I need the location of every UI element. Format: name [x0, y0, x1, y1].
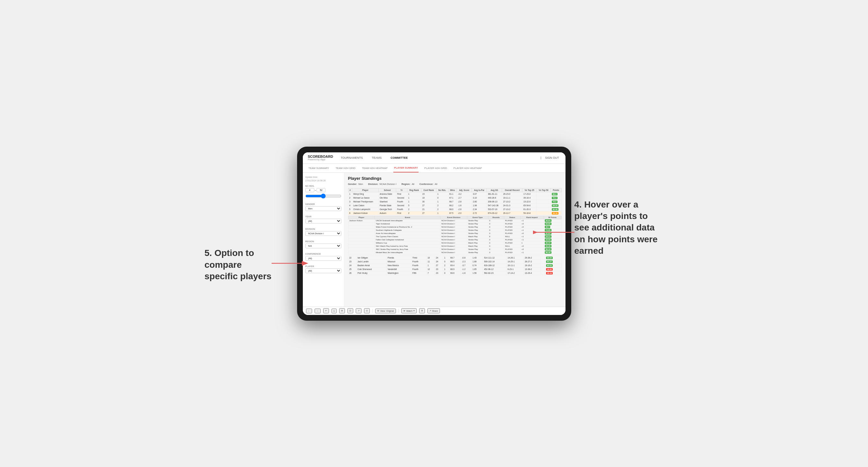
toolbar-zoom-in-btn[interactable]: ⊕ [339, 308, 345, 313]
cell-points[interactable]: 60.27 [545, 259, 561, 263]
sidebar-year-select[interactable]: (All) [305, 219, 341, 223]
cell-player: Michael La Sasso [352, 196, 379, 199]
cell-school: Missouri [387, 259, 411, 263]
sidebar-conference-label: Conference [305, 253, 341, 255]
standings-table: # Player School Yr Reg Rank Conf Rank No… [348, 188, 562, 215]
col-adj-score: Adj. Score [457, 188, 472, 192]
toolbar-undo-btn[interactable]: ↩ [323, 308, 329, 313]
sub-nav-player-h2h-heatmap[interactable]: PLAYER H2H HEATMAP [453, 164, 483, 173]
cell-rank: 6 [348, 211, 352, 215]
toolbar-download-btn[interactable]: ⬇ [419, 308, 425, 313]
sidebar-update-time-section: Update time: 27/01/2024 16:56:26 [305, 176, 341, 182]
cell-adj-score: -1.6 [457, 204, 472, 207]
points-badge: 60.49 [552, 208, 558, 211]
nav-sign-out[interactable]: Sign out [544, 156, 560, 159]
detail-event: Fallen Oak Collegiate Invitational [375, 238, 440, 241]
sub-nav-player-h2h-grid[interactable]: PLAYER H2H GRID [424, 164, 447, 173]
cell-points[interactable]: 70.2 [551, 199, 561, 204]
detail-col-status: Status [504, 216, 521, 219]
sidebar-conference-select[interactable]: (All) [305, 256, 341, 261]
detail-rounds: 3 [488, 248, 504, 251]
toolbar-back-btn[interactable]: ← [306, 309, 312, 313]
cell-points[interactable]: 68.68 [545, 256, 561, 259]
cell-points[interactable]: 60.49 [551, 207, 561, 211]
detail-player [348, 251, 375, 254]
detail-event: Tiger Invitational [375, 222, 440, 225]
sub-nav-player-summary[interactable]: PLAYER SUMMARY [393, 164, 418, 173]
sub-nav-team-h2h-grid[interactable]: TEAM H2H GRID [335, 164, 356, 173]
watch-chevron: ▾ [413, 310, 415, 312]
table-row[interactable]: 22 Ian Gilligan Florida Third 10 24 1 68… [348, 256, 561, 259]
rds-from-input[interactable] [305, 188, 314, 192]
sidebar-gender-select[interactable]: Men [305, 206, 341, 211]
table-row[interactable]: 1 Wenyi Ding Arizona State First 1 15 1 … [348, 192, 561, 196]
cell-points[interactable]: 76.2 [551, 196, 561, 199]
table-row[interactable]: 2 Michael La Sasso Ole Miss Second 1 18 … [348, 196, 561, 199]
sidebar-division-select[interactable]: NCAA Division I [305, 231, 341, 236]
table-row[interactable]: 4 Luke Claton Florida State Second 5 27 … [348, 204, 561, 207]
detail-rounds: 3 [488, 232, 504, 235]
toolbar-watch-btn[interactable]: 👁 Watch ▾ [401, 308, 417, 313]
cell-school: New Mexico [387, 263, 411, 267]
toolbar-share-btn[interactable]: ↗ Share [428, 308, 440, 313]
nav-teams[interactable]: TEAMS [370, 156, 383, 159]
nav-tournaments[interactable]: TOURNAMENTS [340, 156, 364, 159]
table-row[interactable]: 26 Petr Hruby Washington Fifth 7 23 0 68… [348, 271, 561, 275]
cell-no-rds: 2 [436, 204, 448, 207]
cell-yr: Fourth [411, 267, 426, 271]
toolbar-link-btn[interactable]: ↗ [356, 308, 362, 313]
filter-conference-label: Conference: [420, 183, 434, 186]
rds-to-input[interactable] [316, 188, 326, 192]
sidebar-player-select[interactable]: (All) [305, 269, 341, 273]
detail-points: 66.40 [544, 251, 561, 254]
detail-event: UNCW Seahawk Intercollegiate [375, 219, 440, 222]
table-row[interactable]: 5 Christo Lamprecht Georgia Tech Fourth … [348, 207, 561, 211]
table-row[interactable]: 24 Bastien Amat New Mexico Fourth 1 27 2… [348, 263, 561, 267]
cell-points[interactable]: 88.2 [551, 192, 561, 196]
cell-points[interactable]: 58.18 [551, 211, 561, 215]
col-player: Player [352, 188, 379, 192]
cell-to-par: 3.07 [472, 192, 487, 196]
sub-nav: TEAM SUMMARY TEAM H2H GRID TEAM H2H HEAT… [303, 164, 565, 173]
cell-points[interactable]: 60.02 [545, 263, 561, 267]
toolbar-view-btn[interactable]: 👁 View: Original [375, 309, 396, 313]
cell-vs50 [536, 211, 551, 215]
filter-division-label: Division: [368, 183, 378, 186]
detail-status: PLAYED [504, 248, 521, 251]
nav-committee[interactable]: COMMITTEE [389, 156, 409, 159]
toolbar-esc-btn[interactable]: ⎋ [332, 309, 337, 313]
detail-event: SEC Match Play hosted by Jerry Pate [375, 245, 440, 248]
col-reg-rank: Reg Rank [407, 188, 421, 192]
sub-nav-team-summary[interactable]: TEAM SUMMARY [308, 164, 330, 173]
detail-event-type: Stroke Play [467, 232, 488, 235]
toolbar-timer-btn[interactable]: ⊙ [364, 308, 370, 313]
cell-vs25: 61-20-3 [523, 207, 536, 211]
cell-overall: 20-12-7 [502, 211, 523, 215]
table-row-hovered[interactable]: 6 Jackson Kolson Auburn First 2 27 1 87.… [348, 211, 561, 215]
cell-to-par: 2.34 [472, 207, 487, 211]
cell-points[interactable]: 38.49 [545, 271, 561, 275]
toolbar-forward-btn[interactable]: → [315, 309, 321, 313]
sidebar-region-select[interactable]: N/A [305, 244, 341, 248]
cell-no-rds: 1 [443, 256, 449, 259]
detail-rounds: 3 [488, 222, 504, 225]
table-row[interactable]: 25 Cole Sherwood Vanderbilt Fourth 12 23… [348, 267, 561, 271]
cell-points[interactable]: 68.34 [551, 204, 561, 207]
rds-slider[interactable] [305, 193, 341, 198]
cell-avg-sg: 562-82-23 [483, 271, 506, 275]
cell-conf-rank: 30 [421, 199, 436, 204]
cell-adj-score: -2.3 [461, 259, 471, 263]
detail-rounds: 3 [488, 238, 504, 241]
cell-school: Florida [387, 256, 411, 259]
sub-nav-team-h2h-heatmap[interactable]: TEAM H2H HEATMAP [361, 164, 388, 173]
detail-row: Wake Forest Invitational at Pinehurst No… [348, 225, 561, 228]
cell-no-rds: 1 [436, 211, 448, 215]
col-rank: # [348, 188, 352, 192]
table-row[interactable]: 23 Jack Lundin Missouri Fourth 11 24 0 8… [348, 259, 561, 263]
toolbar-grid-btn[interactable]: ⊡ [347, 308, 353, 313]
left-arrow-icon [272, 257, 310, 270]
cell-points[interactable]: 39.95 [545, 267, 561, 271]
table-row[interactable]: 3 Michael Thorbjornsen Stanford Fourth 1… [348, 199, 561, 204]
detail-row: Mirabel Maui Jim Intercollegiate NCAA Di… [348, 251, 561, 254]
cell-avg-sg: 616-168-12 [483, 263, 506, 267]
